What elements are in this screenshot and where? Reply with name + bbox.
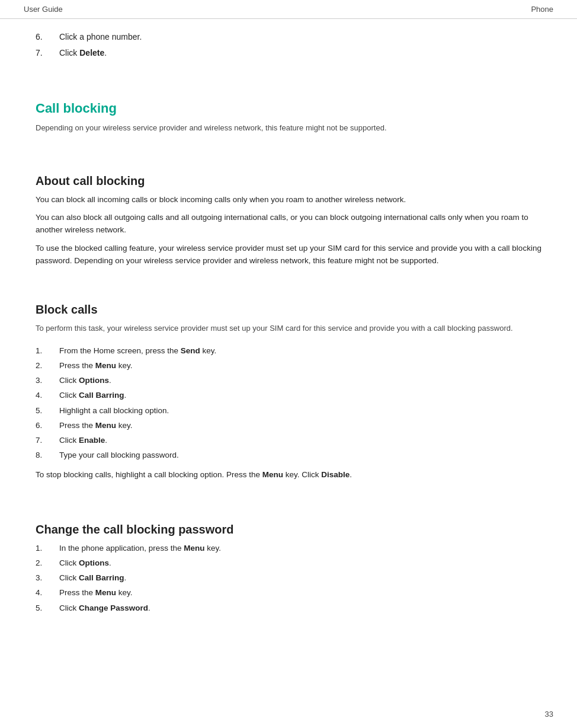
block-calls-title: Block calls — [36, 303, 541, 317]
list-item: 2. Press the Menu key. — [36, 360, 541, 372]
call-blocking-note: Depending on your wireless service provi… — [36, 122, 541, 134]
step-num: 2. — [36, 557, 59, 569]
header-left: User Guide — [24, 5, 63, 14]
list-item-num: 6. — [36, 31, 59, 43]
intro-ordered-list: 6. Click a phone number. 7. Click Delete… — [36, 31, 541, 59]
about-para-1: You can block all incoming calls or bloc… — [36, 194, 541, 206]
list-item: 7. Click Delete. — [36, 47, 541, 59]
stop-note: To stop blocking calls, highlight a call… — [36, 469, 541, 481]
block-calls-note: To perform this task, your wireless serv… — [36, 323, 541, 334]
list-item: 2. Click Options. — [36, 557, 541, 569]
step-num: 8. — [36, 449, 59, 461]
list-item: 3. Click Call Barring. — [36, 572, 541, 584]
list-item: 6. Click a phone number. — [36, 31, 541, 43]
page-header: User Guide Phone — [0, 0, 577, 19]
step-text: Press the Menu key. — [59, 360, 133, 372]
about-call-blocking-title: About call blocking — [36, 174, 541, 188]
call-blocking-title: Call blocking — [36, 101, 541, 116]
list-item: 1. In the phone application, press the M… — [36, 542, 541, 554]
about-para-2: You can also block all outgoing calls an… — [36, 212, 541, 237]
step-text: Highlight a call blocking option. — [59, 405, 169, 417]
list-item-num: 7. — [36, 47, 59, 59]
list-item: 5. Highlight a call blocking option. — [36, 405, 541, 417]
list-item-text: Click a phone number. — [59, 31, 142, 43]
step-num: 4. — [36, 389, 59, 401]
list-item: 1. From the Home screen, press the Send … — [36, 345, 541, 357]
step-text: Click Call Barring. — [59, 572, 126, 584]
page-number: 33 — [545, 710, 553, 719]
list-item: 8. Type your call blocking password. — [36, 449, 541, 461]
about-para-3: To use the blocked calling feature, your… — [36, 242, 541, 267]
header-right: Phone — [531, 5, 553, 14]
list-item: 5. Click Change Password. — [36, 602, 541, 614]
step-text: From the Home screen, press the Send key… — [59, 345, 216, 357]
change-password-title: Change the call blocking password — [36, 523, 541, 537]
change-password-steps: 1. In the phone application, press the M… — [36, 542, 541, 614]
step-num: 2. — [36, 360, 59, 372]
step-text: Press the Menu key. — [59, 587, 133, 599]
step-text: Click Change Password. — [59, 602, 150, 614]
step-text: Type your call blocking password. — [59, 449, 179, 461]
list-item-text: Click Delete. — [59, 47, 107, 59]
step-text: Click Options. — [59, 375, 111, 387]
step-text: Click Call Barring. — [59, 389, 126, 401]
step-num: 5. — [36, 405, 59, 417]
step-num: 7. — [36, 435, 59, 446]
step-num: 3. — [36, 572, 59, 584]
block-calls-steps: 1. From the Home screen, press the Send … — [36, 345, 541, 462]
step-num: 1. — [36, 542, 59, 554]
step-num: 3. — [36, 375, 59, 387]
list-item: 7. Click Enable. — [36, 435, 541, 446]
step-text: Press the Menu key. — [59, 420, 133, 432]
page-footer: 33 — [545, 710, 553, 719]
step-num: 6. — [36, 420, 59, 432]
list-item: 3. Click Options. — [36, 375, 541, 387]
step-num: 1. — [36, 345, 59, 357]
step-text: Click Options. — [59, 557, 111, 569]
list-item: 4. Press the Menu key. — [36, 587, 541, 599]
step-num: 4. — [36, 587, 59, 599]
step-text: Click Enable. — [59, 435, 107, 446]
list-item: 4. Click Call Barring. — [36, 389, 541, 401]
intro-list: 6. Click a phone number. 7. Click Delete… — [36, 31, 541, 59]
step-num: 5. — [36, 602, 59, 614]
step-text: In the phone application, press the Menu… — [59, 542, 221, 554]
list-item: 6. Press the Menu key. — [36, 420, 541, 432]
page-content: 6. Click a phone number. 7. Click Delete… — [0, 19, 577, 657]
